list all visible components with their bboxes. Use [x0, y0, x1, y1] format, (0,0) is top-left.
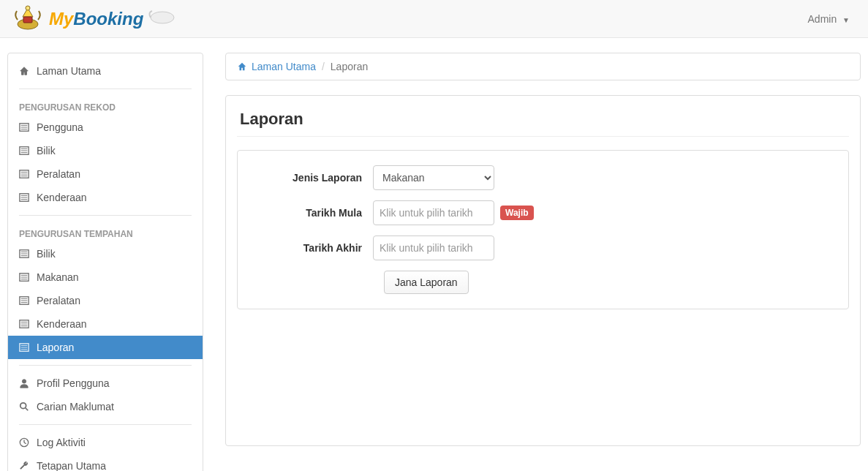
- list-icon: [19, 319, 29, 329]
- svg-point-3: [151, 12, 174, 23]
- sidebar-item-peralatan-tempahan[interactable]: Peralatan: [8, 289, 203, 312]
- user-menu-dropdown[interactable]: Admin ▼: [801, 6, 857, 32]
- divider: [19, 88, 192, 89]
- wrench-icon: [19, 461, 29, 471]
- user-icon: [19, 378, 29, 388]
- search-icon: [19, 402, 29, 412]
- sidebar-item-bilik-rekod[interactable]: Bilik: [8, 139, 203, 162]
- jenis-laporan-select[interactable]: Makanan: [373, 165, 494, 190]
- jana-laporan-button[interactable]: Jana Laporan: [384, 271, 469, 294]
- required-badge: Wajib: [500, 206, 534, 220]
- list-icon: [19, 122, 29, 132]
- brand[interactable]: MyBooking: [11, 3, 177, 34]
- divider: [19, 215, 192, 216]
- sidebar: Laman Utama PENGURUSAN REKOD Pengguna Bi…: [7, 53, 203, 471]
- sidebar-item-log[interactable]: Log Aktiviti: [8, 431, 203, 454]
- sidebar-item-label: Laman Utama: [37, 65, 101, 77]
- sidebar-item-label: Bilik: [37, 145, 56, 157]
- sidebar-item-label: Kenderaan: [37, 192, 87, 203]
- topbar: MyBooking Admin ▼: [0, 0, 868, 38]
- svg-point-1: [26, 6, 30, 10]
- svg-line-45: [24, 442, 26, 444]
- sidebar-item-kenderaan-rekod[interactable]: Kenderaan: [8, 186, 203, 209]
- home-icon: [19, 66, 29, 76]
- svg-point-40: [22, 380, 26, 383]
- divider: [19, 365, 192, 366]
- mouse-icon: [148, 3, 177, 34]
- svg-line-42: [26, 408, 29, 411]
- sidebar-item-label: Makanan: [37, 271, 79, 283]
- sidebar-item-kenderaan-tempahan[interactable]: Kenderaan: [8, 312, 203, 336]
- sidebar-item-makanan[interactable]: Makanan: [8, 265, 203, 289]
- sidebar-item-home[interactable]: Laman Utama: [8, 59, 203, 83]
- clock-icon: [19, 437, 29, 448]
- chevron-down-icon: ▼: [842, 16, 850, 24]
- tarikh-mula-input[interactable]: [373, 200, 494, 225]
- sidebar-item-label: Log Aktiviti: [37, 437, 86, 448]
- sidebar-item-label: Bilik: [37, 248, 56, 260]
- page-title: Laporan: [237, 107, 849, 137]
- report-panel: Laporan Jenis Laporan Makanan Tarikh Mul…: [225, 95, 861, 446]
- sidebar-item-label: Peralatan: [37, 295, 80, 306]
- sidebar-item-pengguna[interactable]: Pengguna: [8, 116, 203, 139]
- user-label: Admin: [808, 13, 837, 25]
- sidebar-item-label: Carian Maklumat: [37, 401, 114, 412]
- divider: [19, 424, 192, 425]
- sidebar-item-peralatan-rekod[interactable]: Peralatan: [8, 162, 203, 186]
- sidebar-item-laporan[interactable]: Laporan: [8, 336, 203, 359]
- list-icon: [19, 295, 29, 306]
- breadcrumb-home-link[interactable]: Laman Utama: [237, 61, 316, 72]
- report-form: Jenis Laporan Makanan Tarikh Mula Wajib …: [237, 150, 849, 309]
- list-icon: [19, 249, 29, 259]
- tarikh-mula-label: Tarikh Mula: [252, 207, 373, 219]
- sidebar-item-label: Peralatan: [37, 168, 80, 180]
- list-icon: [19, 342, 29, 353]
- list-icon: [19, 146, 29, 156]
- breadcrumb-separator: /: [322, 61, 325, 72]
- svg-rect-2: [23, 17, 32, 23]
- list-icon: [19, 169, 29, 179]
- tarikh-akhir-input[interactable]: [373, 236, 494, 260]
- sidebar-section-tempahan: PENGURUSAN TEMPAHAN: [8, 222, 203, 242]
- main-content: Laman Utama / Laporan Laporan Jenis Lapo…: [225, 53, 861, 446]
- crest-icon: [11, 3, 45, 34]
- jenis-laporan-label: Jenis Laporan: [252, 172, 373, 184]
- sidebar-item-label: Kenderaan: [37, 318, 87, 330]
- tarikh-akhir-label: Tarikh Akhir: [252, 242, 373, 254]
- breadcrumb-current: Laporan: [331, 61, 368, 72]
- brand-text: MyBooking: [49, 9, 143, 29]
- sidebar-section-rekod: PENGURUSAN REKOD: [8, 95, 203, 116]
- home-icon: [237, 61, 247, 72]
- sidebar-item-label: Pengguna: [37, 121, 83, 133]
- sidebar-item-label: Laporan: [37, 342, 74, 353]
- sidebar-item-label: Profil Pengguna: [37, 377, 110, 389]
- list-icon: [19, 192, 29, 203]
- breadcrumb: Laman Utama / Laporan: [225, 53, 861, 80]
- sidebar-item-bilik-tempahan[interactable]: Bilik: [8, 242, 203, 265]
- sidebar-item-label: Tetapan Utama: [37, 460, 106, 471]
- svg-point-41: [20, 403, 26, 409]
- sidebar-item-carian[interactable]: Carian Maklumat: [8, 395, 203, 418]
- list-icon: [19, 272, 29, 282]
- sidebar-item-tetapan[interactable]: Tetapan Utama: [8, 454, 203, 471]
- sidebar-item-profil[interactable]: Profil Pengguna: [8, 372, 203, 395]
